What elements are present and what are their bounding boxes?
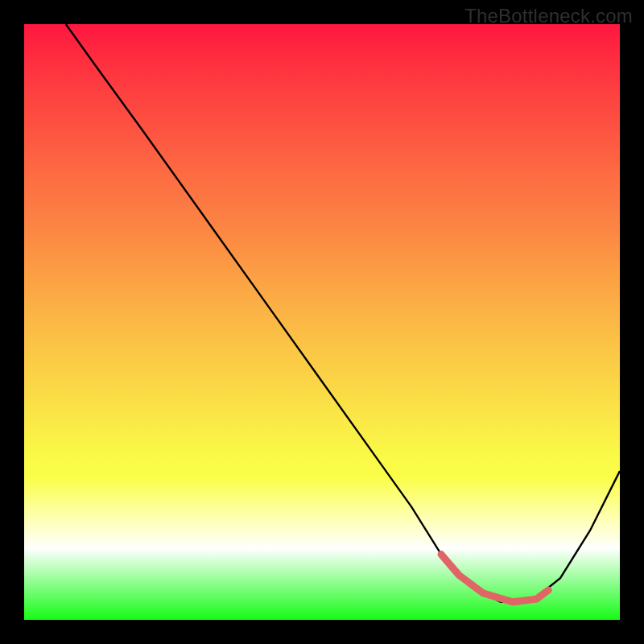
chart-container: TheBottleneck.com [0,0,644,644]
optimal-range-highlight [441,555,548,602]
plot-area [24,24,620,620]
curve-layer [24,24,620,620]
bottleneck-curve [66,24,620,602]
